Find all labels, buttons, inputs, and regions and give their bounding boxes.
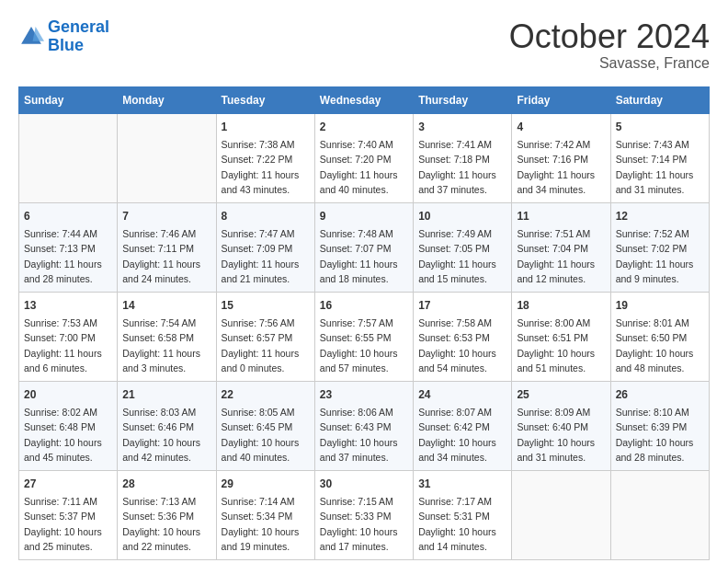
calendar-cell-w2-d1: 6 Sunrise: 7:44 AMSunset: 7:13 PMDayligh…	[19, 202, 118, 292]
day-info: Sunrise: 8:00 AMSunset: 6:51 PMDaylight:…	[517, 317, 595, 374]
calendar-cell-w2-d4: 9 Sunrise: 7:48 AMSunset: 7:07 PMDayligh…	[314, 202, 413, 292]
calendar-cell-w1-d7: 5 Sunrise: 7:43 AMSunset: 7:14 PMDayligh…	[610, 113, 709, 202]
col-saturday: Saturday	[610, 86, 709, 113]
day-info: Sunrise: 8:09 AMSunset: 6:40 PMDaylight:…	[517, 407, 595, 464]
col-friday: Friday	[512, 86, 610, 113]
day-number: 7	[122, 208, 210, 224]
calendar-cell-w1-d1	[19, 113, 118, 202]
day-info: Sunrise: 7:17 AMSunset: 5:31 PMDaylight:…	[418, 496, 496, 553]
day-info: Sunrise: 7:13 AMSunset: 5:36 PMDaylight:…	[122, 496, 200, 553]
day-number: 22	[222, 386, 310, 403]
calendar-cell-w1-d3: 1 Sunrise: 7:38 AMSunset: 7:22 PMDayligh…	[216, 113, 314, 202]
col-monday: Monday	[118, 86, 216, 113]
calendar-cell-w5-d5: 31 Sunrise: 7:17 AMSunset: 5:31 PMDaylig…	[414, 470, 512, 559]
calendar-cell-w3-d5: 17 Sunrise: 7:58 AMSunset: 6:53 PMDaylig…	[414, 292, 512, 381]
day-number: 30	[320, 476, 408, 492]
day-info: Sunrise: 8:10 AMSunset: 6:39 PMDaylight:…	[616, 407, 694, 464]
day-info: Sunrise: 7:54 AMSunset: 6:58 PMDaylight:…	[122, 317, 200, 374]
calendar-cell-w4-d7: 26 Sunrise: 8:10 AMSunset: 6:39 PMDaylig…	[610, 381, 709, 470]
day-number: 3	[418, 119, 506, 135]
calendar-cell-w5-d7	[610, 470, 709, 559]
day-info: Sunrise: 7:14 AMSunset: 5:34 PMDaylight:…	[222, 496, 300, 553]
day-number: 23	[320, 386, 408, 403]
day-number: 24	[418, 386, 506, 403]
day-number: 5	[616, 119, 704, 135]
day-info: Sunrise: 7:38 AMSunset: 7:22 PMDaylight:…	[222, 139, 300, 196]
logo-line2: Blue	[48, 36, 84, 54]
day-info: Sunrise: 7:47 AMSunset: 7:09 PMDaylight:…	[222, 228, 300, 285]
day-number: 19	[616, 297, 704, 314]
day-number: 25	[517, 386, 605, 403]
day-number: 16	[320, 297, 408, 314]
col-thursday: Thursday	[414, 86, 512, 113]
day-number: 18	[517, 297, 605, 314]
day-number: 10	[418, 208, 506, 224]
calendar-cell-w1-d5: 3 Sunrise: 7:41 AMSunset: 7:18 PMDayligh…	[414, 113, 512, 202]
day-info: Sunrise: 7:41 AMSunset: 7:18 PMDaylight:…	[418, 139, 496, 196]
calendar-cell-w5-d1: 27 Sunrise: 7:11 AMSunset: 5:37 PMDaylig…	[19, 470, 118, 559]
day-number: 15	[222, 297, 310, 314]
day-info: Sunrise: 7:53 AMSunset: 7:00 PMDaylight:…	[24, 317, 102, 374]
page-header: General Blue October 2024 Savasse, Franc…	[18, 18, 710, 72]
logo-line1: General	[48, 17, 109, 36]
day-number: 26	[616, 386, 704, 403]
calendar-cell-w4-d1: 20 Sunrise: 8:02 AMSunset: 6:48 PMDaylig…	[19, 381, 118, 470]
calendar-cell-w3-d6: 18 Sunrise: 8:00 AMSunset: 6:51 PMDaylig…	[512, 292, 610, 381]
calendar-table: Sunday Monday Tuesday Wednesday Thursday…	[18, 86, 710, 560]
calendar-cell-w5-d4: 30 Sunrise: 7:15 AMSunset: 5:33 PMDaylig…	[314, 470, 413, 559]
calendar-cell-w1-d2	[118, 113, 216, 202]
calendar-cell-w4-d3: 22 Sunrise: 8:05 AMSunset: 6:45 PMDaylig…	[216, 381, 314, 470]
location-subtitle: Savasse, France	[509, 55, 710, 72]
calendar-cell-w2-d2: 7 Sunrise: 7:46 AMSunset: 7:11 PMDayligh…	[118, 202, 216, 292]
logo: General Blue	[18, 18, 109, 55]
calendar-cell-w3-d1: 13 Sunrise: 7:53 AMSunset: 7:00 PMDaylig…	[19, 292, 118, 381]
day-number: 6	[24, 208, 112, 224]
day-info: Sunrise: 7:43 AMSunset: 7:14 PMDaylight:…	[616, 139, 694, 196]
day-info: Sunrise: 8:06 AMSunset: 6:43 PMDaylight:…	[320, 407, 398, 464]
day-info: Sunrise: 7:56 AMSunset: 6:57 PMDaylight:…	[222, 317, 300, 374]
logo-icon	[18, 24, 44, 50]
calendar-cell-w2-d3: 8 Sunrise: 7:47 AMSunset: 7:09 PMDayligh…	[216, 202, 314, 292]
calendar-body: 1 Sunrise: 7:38 AMSunset: 7:22 PMDayligh…	[19, 113, 710, 559]
day-info: Sunrise: 7:44 AMSunset: 7:13 PMDaylight:…	[24, 228, 102, 285]
calendar-cell-w4-d4: 23 Sunrise: 8:06 AMSunset: 6:43 PMDaylig…	[314, 381, 413, 470]
day-number: 14	[122, 297, 210, 314]
calendar-cell-w2-d7: 12 Sunrise: 7:52 AMSunset: 7:02 PMDaylig…	[610, 202, 709, 292]
day-number: 21	[122, 386, 210, 403]
svg-marker-1	[33, 27, 44, 41]
calendar-cell-w3-d7: 19 Sunrise: 8:01 AMSunset: 6:50 PMDaylig…	[610, 292, 709, 381]
col-tuesday: Tuesday	[216, 86, 314, 113]
calendar-cell-w4-d5: 24 Sunrise: 8:07 AMSunset: 6:42 PMDaylig…	[414, 381, 512, 470]
day-number: 17	[418, 297, 506, 314]
col-wednesday: Wednesday	[314, 86, 413, 113]
day-number: 1	[222, 119, 310, 135]
col-sunday: Sunday	[19, 86, 118, 113]
day-number: 13	[24, 297, 112, 314]
week-row-2: 6 Sunrise: 7:44 AMSunset: 7:13 PMDayligh…	[19, 202, 710, 292]
day-info: Sunrise: 7:40 AMSunset: 7:20 PMDaylight:…	[320, 139, 398, 196]
calendar-cell-w3-d4: 16 Sunrise: 7:57 AMSunset: 6:55 PMDaylig…	[314, 292, 413, 381]
calendar-cell-w2-d6: 11 Sunrise: 7:51 AMSunset: 7:04 PMDaylig…	[512, 202, 610, 292]
calendar-cell-w5-d2: 28 Sunrise: 7:13 AMSunset: 5:36 PMDaylig…	[118, 470, 216, 559]
day-info: Sunrise: 7:58 AMSunset: 6:53 PMDaylight:…	[418, 317, 496, 374]
calendar-cell-w4-d6: 25 Sunrise: 8:09 AMSunset: 6:40 PMDaylig…	[512, 381, 610, 470]
week-row-3: 13 Sunrise: 7:53 AMSunset: 7:00 PMDaylig…	[19, 292, 710, 381]
calendar-cell-w5-d6	[512, 470, 610, 559]
calendar-cell-w3-d3: 15 Sunrise: 7:56 AMSunset: 6:57 PMDaylig…	[216, 292, 314, 381]
title-block: October 2024 Savasse, France	[509, 18, 710, 72]
day-number: 2	[320, 119, 408, 135]
day-info: Sunrise: 7:57 AMSunset: 6:55 PMDaylight:…	[320, 317, 398, 374]
week-row-1: 1 Sunrise: 7:38 AMSunset: 7:22 PMDayligh…	[19, 113, 710, 202]
week-row-4: 20 Sunrise: 8:02 AMSunset: 6:48 PMDaylig…	[19, 381, 710, 470]
calendar-cell-w2-d5: 10 Sunrise: 7:49 AMSunset: 7:05 PMDaylig…	[414, 202, 512, 292]
calendar-cell-w1-d4: 2 Sunrise: 7:40 AMSunset: 7:20 PMDayligh…	[314, 113, 413, 202]
month-title: October 2024	[509, 18, 710, 55]
calendar-cell-w4-d2: 21 Sunrise: 8:03 AMSunset: 6:46 PMDaylig…	[118, 381, 216, 470]
day-info: Sunrise: 8:02 AMSunset: 6:48 PMDaylight:…	[24, 407, 102, 464]
day-number: 9	[320, 208, 408, 224]
day-info: Sunrise: 7:51 AMSunset: 7:04 PMDaylight:…	[517, 228, 595, 285]
day-info: Sunrise: 7:42 AMSunset: 7:16 PMDaylight:…	[517, 139, 595, 196]
day-info: Sunrise: 7:48 AMSunset: 7:07 PMDaylight:…	[320, 228, 398, 285]
calendar-cell-w3-d2: 14 Sunrise: 7:54 AMSunset: 6:58 PMDaylig…	[118, 292, 216, 381]
day-number: 28	[122, 476, 210, 492]
